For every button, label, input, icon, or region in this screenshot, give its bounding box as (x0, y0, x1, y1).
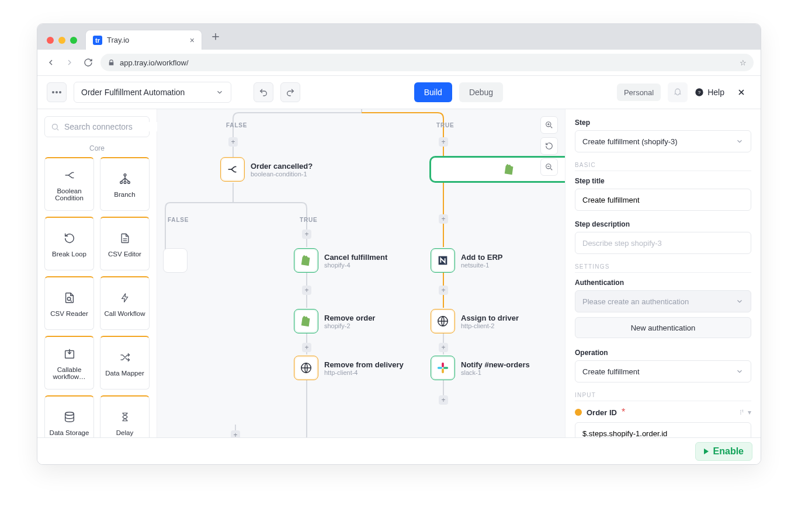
url-input[interactable]: app.tray.io/workflow/ ☆ (100, 54, 754, 71)
empty-step-placeholder[interactable] (163, 248, 188, 273)
svg-point-2 (59, 91, 61, 93)
node-boolean-condition[interactable]: Order cancelled?boolean-condition-1 (220, 157, 313, 182)
db-icon (63, 409, 76, 425)
tree-branch-icon (118, 171, 132, 186)
connector-name: Data Storage (47, 429, 92, 436)
add-step-button[interactable]: + (302, 286, 311, 295)
search-icon (51, 123, 60, 131)
help-icon: ? (695, 88, 704, 97)
help-button[interactable]: ? Help (695, 88, 724, 97)
chevron-down-icon (735, 367, 744, 375)
branch-split-icon (220, 157, 245, 182)
svg-point-8 (124, 181, 126, 183)
connector-name: CSV Editor (106, 251, 144, 258)
redo-button[interactable] (280, 82, 300, 102)
workflow-canvas[interactable]: FALSE TRUE FALSE TRUE + + + + + + + + + … (157, 109, 565, 464)
connector-card[interactable]: Branch (100, 157, 150, 211)
zoom-reset-button[interactable] (540, 137, 558, 155)
step-title-input[interactable] (575, 189, 751, 211)
notifications-icon[interactable] (668, 82, 688, 102)
new-tab-button[interactable]: ＋ (202, 27, 228, 50)
branch-label-false-top: FALSE (226, 122, 247, 128)
chevron-down-icon (216, 88, 224, 96)
connector-card[interactable]: Boolean Condition (44, 157, 94, 211)
property-type-icon[interactable]: ⁝ᵗ (740, 408, 744, 416)
connector-card[interactable]: Call Workflow (100, 276, 150, 330)
connector-name: Break Loop (50, 251, 89, 258)
tab-debug[interactable]: Debug (459, 82, 503, 102)
favicon-trayio: tr (93, 36, 102, 45)
nav-back-icon[interactable] (44, 56, 57, 69)
workspace-chip[interactable]: Personal (617, 84, 661, 101)
bolt-icon (120, 290, 130, 305)
browser-address-bar: app.tray.io/workflow/ ☆ (37, 50, 761, 76)
zoom-out-button[interactable] (540, 158, 558, 176)
sidebar-section-core: Core (44, 144, 150, 152)
connector-name: Callable workflow… (45, 366, 93, 380)
connector-card[interactable]: Break Loop (44, 217, 94, 270)
undo-button[interactable] (254, 82, 273, 102)
nav-forward-icon[interactable] (63, 56, 76, 69)
svg-rect-18 (442, 368, 444, 373)
bookmark-star-icon[interactable]: ☆ (740, 58, 747, 67)
add-step-button[interactable]: + (439, 214, 448, 224)
connector-card[interactable]: Data Mapper (100, 336, 150, 390)
play-icon (704, 448, 709, 454)
enable-button[interactable]: Enable (695, 442, 752, 461)
connector-card[interactable]: Callable workflow… (44, 336, 94, 390)
authentication-select[interactable]: Please create an authentication (575, 290, 751, 312)
node-remove-order[interactable]: Remove ordershopify-2 (294, 309, 375, 333)
search-field[interactable] (64, 122, 166, 131)
tab-build[interactable]: Build (414, 82, 452, 102)
step-description-input[interactable] (575, 232, 751, 254)
close-tab-icon[interactable]: × (190, 36, 195, 45)
field-label-title: Step title (575, 177, 751, 185)
svg-point-12 (65, 412, 74, 415)
window-minimize-dot[interactable] (58, 37, 65, 44)
add-step-button[interactable]: + (439, 286, 448, 295)
operation-select[interactable]: Create fulfillment (575, 360, 751, 383)
svg-point-6 (124, 173, 126, 176)
connector-card[interactable]: CSV Editor (100, 217, 150, 270)
hourglass-icon (120, 409, 130, 425)
step-select[interactable]: Create fulfillment (shopify-3) (575, 130, 751, 152)
field-label-operation: Operation (575, 349, 751, 357)
window-maximize-dot[interactable] (70, 37, 77, 44)
window-controls (43, 37, 82, 50)
svg-rect-19 (443, 367, 448, 369)
browser-tab[interactable]: tr Tray.io × (85, 30, 202, 50)
connector-card[interactable]: CSV Reader (44, 276, 94, 330)
add-step-button[interactable]: + (439, 395, 448, 405)
zoom-in-button[interactable] (540, 116, 558, 134)
node-cancel-fulfillment[interactable]: Cancel fulfillmentshopify-4 (294, 248, 387, 273)
app-bar: Order Fulfillment Automation Build Debug… (37, 76, 761, 109)
node-add-to-erp[interactable]: Add to ERPnetsuite-1 (431, 248, 503, 273)
window-close-dot[interactable] (47, 37, 54, 44)
close-panel-icon[interactable] (731, 82, 751, 102)
field-label-step: Step (575, 119, 751, 127)
node-remove-delivery[interactable]: Remove from deliveryhttp-client-4 (294, 356, 404, 380)
required-dot-icon (575, 409, 582, 416)
add-step-button[interactable]: + (302, 343, 311, 352)
globe-icon (294, 356, 318, 380)
add-step-button[interactable]: + (228, 137, 238, 147)
field-label-description: Step description (575, 220, 751, 228)
new-authentication-button[interactable]: New authentication (575, 317, 751, 338)
node-notify-slack[interactable]: Notify #new-ordersslack-1 (431, 356, 530, 380)
section-input: INPUT (575, 392, 751, 401)
shopify-icon (294, 309, 318, 333)
more-menu-button[interactable] (47, 82, 67, 102)
svg-point-7 (120, 181, 122, 183)
add-step-button[interactable]: + (302, 230, 311, 239)
connectors-sidebar: Core Boolean ConditionBranchBreak LoopCS… (37, 109, 157, 464)
chevron-down-icon[interactable]: ▾ (748, 408, 751, 416)
workflow-selector[interactable]: Order Fulfillment Automation (74, 82, 231, 103)
svg-rect-17 (438, 367, 442, 369)
svg-point-0 (52, 91, 54, 93)
search-input[interactable] (44, 116, 150, 137)
add-step-button[interactable]: + (439, 343, 448, 352)
node-assign-driver[interactable]: Assign to driverhttp-client-2 (431, 309, 519, 333)
branch-label-true: TRUE (300, 217, 317, 223)
add-step-button[interactable]: + (439, 137, 448, 147)
nav-reload-icon[interactable] (82, 56, 95, 69)
